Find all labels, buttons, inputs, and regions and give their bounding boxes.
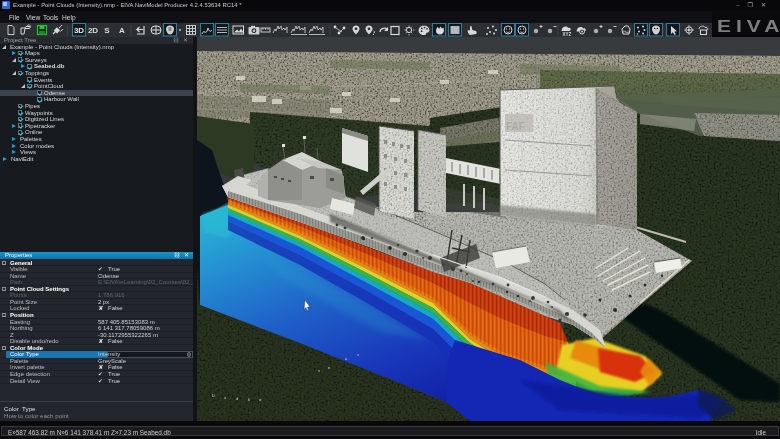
svg-text:s: s [318, 368, 320, 373]
svg-text:S: S [104, 26, 110, 35]
svg-text:2D: 2D [88, 26, 98, 35]
svg-text:k: k [248, 397, 250, 402]
svg-text:d: d [236, 396, 238, 401]
svg-text:XYZ: XYZ [563, 32, 572, 37]
svg-text:D: D [212, 393, 215, 398]
svg-text:u: u [224, 395, 226, 400]
svg-text:s: s [357, 352, 359, 357]
svg-text:A: A [119, 26, 125, 35]
svg-text:3D: 3D [74, 26, 84, 35]
